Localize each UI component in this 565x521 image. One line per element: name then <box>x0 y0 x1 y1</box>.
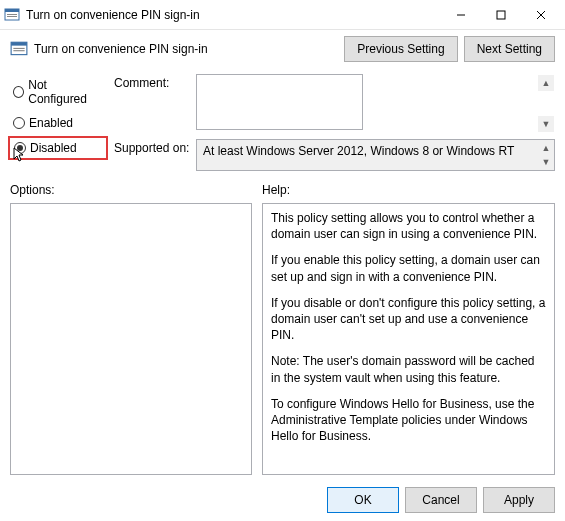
fields: Comment: ▲ ▼ Supported on: At least Wind… <box>114 74 555 171</box>
ok-button[interactable]: OK <box>327 487 399 513</box>
help-paragraph: If you enable this policy setting, a dom… <box>271 252 546 284</box>
radio-label: Enabled <box>29 116 73 130</box>
radio-disabled[interactable]: Disabled <box>8 136 108 160</box>
svg-rect-1 <box>5 9 19 12</box>
config-area: Not Configured Enabled Disabled Comment:… <box>0 72 565 175</box>
radio-label: Not Configured <box>28 78 103 106</box>
lower-area: Options: Help: This policy setting allow… <box>0 175 565 475</box>
scroll-down-icon[interactable]: ▼ <box>538 154 554 170</box>
scroll-down-icon[interactable]: ▼ <box>538 116 554 132</box>
supported-value: At least Windows Server 2012, Windows 8 … <box>203 144 514 158</box>
radio-icon <box>14 142 26 154</box>
options-panel <box>10 203 252 475</box>
previous-setting-button[interactable]: Previous Setting <box>344 36 457 62</box>
titlebar: Turn on convenience PIN sign-in <box>0 0 565 30</box>
window-title: Turn on convenience PIN sign-in <box>26 8 441 22</box>
maximize-button[interactable] <box>481 1 521 29</box>
policy-icon <box>10 40 28 58</box>
help-paragraph: Note: The user's domain password will be… <box>271 353 546 385</box>
cursor-icon <box>13 147 27 166</box>
minimize-button[interactable] <box>441 1 481 29</box>
supported-row: Supported on: At least Windows Server 20… <box>114 139 555 171</box>
supported-on-text: At least Windows Server 2012, Windows 8 … <box>196 139 555 171</box>
comment-label: Comment: <box>114 74 190 133</box>
comment-input[interactable] <box>196 74 363 130</box>
svg-rect-11 <box>13 50 24 51</box>
radio-label: Disabled <box>30 141 77 155</box>
policy-title: Turn on convenience PIN sign-in <box>34 42 338 56</box>
cancel-button[interactable]: Cancel <box>405 487 477 513</box>
help-paragraph: If you disable or don't configure this p… <box>271 295 546 344</box>
apply-button[interactable]: Apply <box>483 487 555 513</box>
options-label: Options: <box>10 183 252 197</box>
svg-rect-5 <box>497 11 505 19</box>
app-icon <box>4 7 20 23</box>
svg-rect-10 <box>13 48 24 49</box>
help-column: Help: This policy setting allows you to … <box>262 183 555 475</box>
svg-rect-3 <box>7 16 17 17</box>
svg-rect-9 <box>11 42 27 45</box>
help-panel[interactable]: This policy setting allows you to contro… <box>262 203 555 475</box>
radio-icon <box>13 117 25 129</box>
help-paragraph: This policy setting allows you to contro… <box>271 210 546 242</box>
radio-not-configured[interactable]: Not Configured <box>10 76 106 108</box>
help-label: Help: <box>262 183 555 197</box>
svg-rect-2 <box>7 14 17 15</box>
scroll-up-icon[interactable]: ▲ <box>538 75 554 91</box>
options-column: Options: <box>10 183 252 475</box>
help-paragraph: To configure Windows Hello for Business,… <box>271 396 546 445</box>
next-setting-button[interactable]: Next Setting <box>464 36 555 62</box>
radio-enabled[interactable]: Enabled <box>10 114 106 132</box>
supported-label: Supported on: <box>114 139 190 171</box>
header-row: Turn on convenience PIN sign-in Previous… <box>0 30 565 72</box>
comment-row: Comment: ▲ ▼ <box>114 74 555 133</box>
radio-icon <box>13 86 24 98</box>
state-radio-group: Not Configured Enabled Disabled <box>10 74 106 171</box>
close-button[interactable] <box>521 1 561 29</box>
dialog-footer: OK Cancel Apply <box>327 487 555 513</box>
